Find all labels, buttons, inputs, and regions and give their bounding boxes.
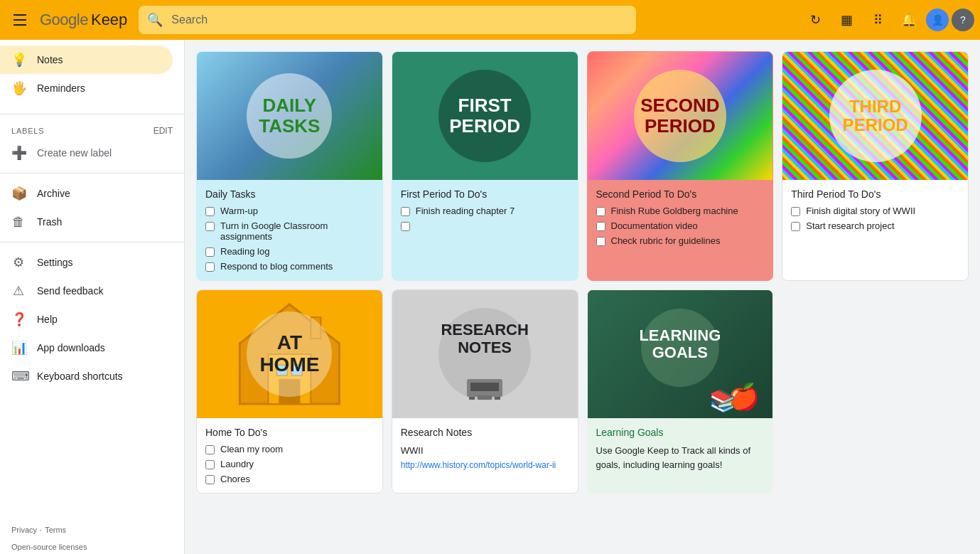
learning-goals-image: LEARNINGGOALS 🍎 📚: [588, 290, 773, 418]
daily-tasks-checklist: Warm-up Turn in Google Classroom assignm…: [205, 206, 374, 272]
sidebar-item-shortcuts-label: Keyboard shortcuts: [37, 371, 123, 382]
note-learning-goals[interactable]: LEARNINGGOALS 🍎 📚 Learning Goals Use Goo…: [587, 289, 774, 494]
note-daily-tasks[interactable]: DAILYTASKS Daily Tasks Warm-up Turn in G…: [196, 51, 383, 281]
help-button[interactable]: ?: [952, 9, 974, 31]
sidebar-item-help-label: Help: [37, 314, 58, 325]
search-input[interactable]: [171, 14, 628, 26]
note-research[interactable]: RESEARCHNOTES Research Notes WWII http:/…: [392, 289, 578, 494]
downloads-icon: 📊: [11, 340, 26, 356]
sidebar-item-help[interactable]: ❓ Help: [0, 305, 173, 334]
checkbox[interactable]: [205, 262, 215, 272]
sidebar-item-reminders[interactable]: 🖐 Reminders: [0, 74, 173, 102]
apps-icon: ⠿: [873, 12, 883, 28]
checklist-item: Finish Rube Goldberg machine: [596, 206, 765, 216]
open-source-link[interactable]: Open-source licenses: [11, 543, 87, 551]
checkbox[interactable]: [205, 207, 215, 216]
checkbox[interactable]: [205, 475, 215, 484]
note-at-home[interactable]: ATHOME Home To Do's Clean my room Laundr…: [196, 289, 383, 494]
refresh-button[interactable]: ↻: [801, 6, 829, 34]
svg-rect-10: [495, 397, 500, 400]
create-label-item[interactable]: ➕ Create new label: [0, 139, 184, 167]
checkbox[interactable]: [205, 247, 215, 257]
sidebar-item-trash-label: Trash: [37, 216, 62, 228]
layout-toggle-button[interactable]: ▦: [832, 6, 861, 34]
archive-icon: 📦: [11, 186, 26, 201]
checklist-item: Chores: [205, 474, 374, 484]
apps-button[interactable]: ⠿: [863, 6, 892, 34]
checkbox[interactable]: [401, 207, 410, 216]
checkbox[interactable]: [791, 222, 800, 231]
help-sidebar-icon: ❓: [11, 311, 26, 327]
checklist-item: Laundry: [205, 459, 374, 469]
checkbox[interactable]: [205, 222, 215, 231]
checkbox[interactable]: [205, 460, 215, 469]
question-icon: ?: [960, 14, 966, 26]
note-first-period[interactable]: FIRSTPERIOD First Period To Do's Finish …: [392, 51, 578, 281]
bell-icon: 🔔: [901, 12, 917, 28]
menu-button[interactable]: [6, 6, 34, 34]
settings-icon: ⚙: [11, 255, 26, 270]
checklist-item: Finish reading chapter 7: [401, 206, 569, 216]
sidebar-item-notes[interactable]: 💡 Notes: [0, 46, 173, 74]
sidebar-item-settings-label: Settings: [37, 257, 73, 268]
bulb-icon: 💡: [11, 52, 26, 68]
note-second-period[interactable]: SECONDPERIOD Second Period To Do's Finis…: [587, 51, 774, 281]
terms-link[interactable]: Terms: [45, 526, 66, 534]
research-link[interactable]: http://www.history.com/topics/world-war-…: [401, 460, 556, 470]
labels-section-header: Labels EDIT: [0, 120, 184, 139]
sidebar-item-feedback[interactable]: ⚠ Send feedback: [0, 277, 173, 305]
checklist-item: Respond to blog comments: [205, 261, 374, 272]
add-label-icon: ➕: [11, 145, 26, 161]
checkbox[interactable]: [401, 222, 410, 231]
notifications-button[interactable]: 🔔: [895, 6, 923, 34]
sidebar-divider-1: [0, 114, 184, 114]
daily-tasks-title: Daily Tasks: [205, 188, 374, 200]
create-label-text: Create new label: [37, 147, 112, 159]
sidebar-footer: Privacy · Terms: [0, 520, 184, 540]
sidebar: 💡 Notes 🖐 Reminders Labels EDIT ➕ Create…: [0, 40, 185, 554]
svg-rect-8: [478, 395, 492, 400]
checklist-item: [401, 220, 569, 231]
checklist-item: Reading log: [205, 246, 374, 257]
sidebar-item-reminders-label: Reminders: [37, 82, 85, 94]
at-home-title: Home To Do's: [205, 427, 374, 438]
third-period-image: THIRDPERIOD: [782, 52, 968, 180]
checklist-item: Finish digital story of WWII: [791, 206, 959, 216]
sidebar-item-downloads-label: App downloads: [37, 342, 105, 353]
checklist-item: Check rubric for guidelines: [596, 235, 765, 246]
main-layout: 💡 Notes 🖐 Reminders Labels EDIT ➕ Create…: [0, 40, 980, 554]
note-third-period[interactable]: THIRDPERIOD Third Period To Do's Finish …: [782, 51, 969, 281]
at-home-checklist: Clean my room Laundry Chores: [205, 444, 374, 484]
avatar[interactable]: 👤: [926, 9, 949, 31]
sidebar-divider-3: [0, 242, 184, 243]
app-logo[interactable]: Google Keep: [40, 11, 127, 29]
topbar-right: ↻ ▦ ⠿ 🔔 👤 ?: [801, 6, 974, 34]
edit-labels-button[interactable]: EDIT: [154, 126, 173, 136]
logo-keep-text: Keep: [91, 11, 127, 29]
sidebar-item-shortcuts[interactable]: ⌨ Keyboard shortcuts: [0, 362, 173, 390]
checkbox[interactable]: [596, 222, 605, 231]
typewriter-icon: [463, 375, 506, 404]
first-period-image: FIRSTPERIOD: [392, 52, 578, 180]
sidebar-item-settings[interactable]: ⚙ Settings: [0, 248, 173, 277]
sidebar-item-trash[interactable]: 🗑 Trash: [0, 208, 173, 236]
checklist-item: Turn in Google Classroom assignments: [205, 220, 374, 242]
learning-goals-body: Use Google Keep to Track all kinds of go…: [596, 444, 765, 472]
keyboard-icon: ⌨: [11, 368, 26, 384]
open-source-row: Open-source licenses: [0, 540, 184, 554]
checkbox[interactable]: [596, 207, 605, 216]
checkbox[interactable]: [791, 207, 800, 216]
topbar: Google Keep 🔍 ↻ ▦ ⠿ 🔔 👤 ?: [0, 0, 980, 40]
checkbox[interactable]: [596, 237, 605, 246]
second-period-image: SECONDPERIOD: [588, 52, 773, 180]
books-icon: 📚: [709, 389, 736, 412]
search-bar[interactable]: 🔍: [139, 6, 636, 34]
sidebar-item-archive[interactable]: 📦 Archive: [0, 179, 173, 208]
first-period-checklist: Finish reading chapter 7: [401, 206, 569, 231]
third-period-checklist: Finish digital story of WWII Start resea…: [791, 206, 959, 231]
svg-rect-9: [469, 397, 475, 400]
privacy-link[interactable]: Privacy: [11, 526, 37, 534]
checkbox[interactable]: [205, 445, 215, 454]
checklist-item: Documentation video: [596, 220, 765, 231]
sidebar-item-downloads[interactable]: 📊 App downloads: [0, 334, 173, 362]
